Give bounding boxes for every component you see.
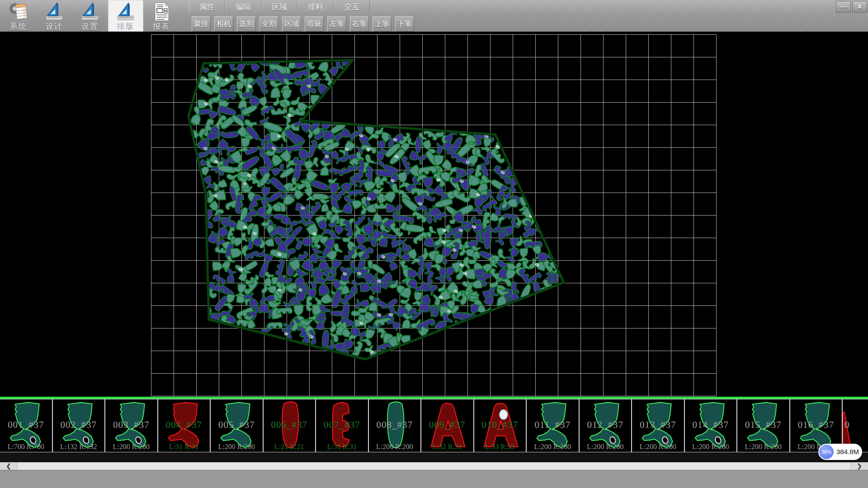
nav-button-2[interactable]: 设计 [37, 0, 72, 32]
thumbnail-label: 002_#37 [53, 419, 105, 431]
badge-size-label: 384.8M [836, 444, 859, 460]
thumbnail-label: 001_#37 [0, 419, 52, 431]
thumbnail-lr-count: L:200 R:200 [632, 443, 684, 451]
menu-tab-bar: 属性编辑区域排料交互 [189, 1, 370, 13]
thumbnail-label: 011_#37 [527, 419, 579, 431]
nav-button-label: 系统 [1, 22, 36, 31]
thumbnail-cell-003_#37[interactable]: 003_#37L:200 R:200 [105, 399, 158, 452]
tool-button-8[interactable]: 右靠 [350, 16, 369, 32]
thumbnail-label: 008_#37 [369, 419, 421, 431]
horizontal-scrollbar[interactable]: ❮ ❯ [0, 462, 868, 470]
thumbnail-cell-015_#37[interactable]: 015_#37L:200 R:200 [737, 399, 790, 452]
thumbnail-lr-count: L:200 R:200 [737, 443, 789, 451]
thumbnail-cell-013_#37[interactable]: 013_#37L:200 R:200 [632, 399, 685, 452]
overlay-badge[interactable]: 38% 384.8M [818, 444, 862, 460]
thumbnail-cell-004_#37[interactable]: 004_#37L:31 R:31 [158, 399, 211, 452]
thumbnail-lr-count: L:200 R:200 [685, 443, 737, 451]
tool-button-10[interactable]: 下靠 [395, 16, 414, 32]
tool-button-6[interactable]: 瑕疵 [305, 16, 324, 32]
strip-bottom-gap [0, 452, 868, 462]
thumbnail-lr-count: L:200 R:200 [105, 443, 157, 451]
thumbnail-label: 007_#37 [316, 419, 368, 431]
nav-button-label: 报表 [144, 22, 179, 31]
thumbnail-label: 012_#37 [580, 419, 632, 431]
nav-button-1[interactable]: 系统 [1, 0, 36, 32]
thumbnail-label: 005_#37 [211, 419, 263, 431]
thumbnail-lr-count: L:33 R:33 [474, 443, 526, 451]
tool-button-5[interactable]: 区域 [282, 16, 301, 32]
nesting-workspace[interactable] [0, 32, 868, 397]
thumbnail-lr-count: L:200 R:200 [369, 443, 421, 451]
thumbnail-label: 009_#37 [421, 419, 473, 431]
thumbnail-cell-011_#37[interactable]: 011_#37L:200 R:200 [527, 399, 580, 452]
tool-button-9[interactable]: 上靠 [373, 16, 392, 32]
menu-tab-4[interactable]: 排料 [297, 1, 334, 13]
report-icon [151, 1, 172, 22]
tool-button-4[interactable]: 全割 [259, 16, 278, 32]
tool-button-2[interactable]: 相机 [214, 16, 233, 32]
thumbnail-cell-001_#37[interactable]: 001_#37L:700 R:700 [0, 399, 53, 452]
tool-button-1[interactable]: 聚排 [192, 16, 211, 32]
thumbnail-cell-007_#37[interactable]: 007_#37L:31 R:31 [316, 399, 369, 452]
menu-tab-2[interactable]: 编辑 [225, 1, 261, 13]
thumbnail-lr-count: L:132 R:132 [53, 443, 105, 451]
menu-tab-3[interactable]: 区域 [261, 1, 297, 13]
status-band [0, 470, 868, 488]
nav-button-label: 设计 [37, 22, 72, 31]
thumbnail-lr-count: L:200 R:200 [580, 443, 632, 451]
set-square-icon [115, 1, 136, 22]
application-window: 系统设计设置排版报表 属性编辑区域排料交互 聚排相机选割全割区域瑕疵左靠右靠上靠… [0, 0, 868, 488]
pieces-strip: 001_#37L:700 R:700002_#37L:132 R:132003_… [0, 399, 868, 452]
thumbnail-cell-006_#37[interactable]: 006_#37L:21 R:21 [264, 399, 316, 452]
toolbar: 系统设计设置排版报表 属性编辑区域排料交互 聚排相机选割全割区域瑕疵左靠右靠上靠… [0, 0, 868, 32]
menu-tab-5[interactable]: 交互 [334, 1, 370, 13]
tool-button-7[interactable]: 左靠 [327, 16, 346, 32]
thumbnail-lr-count: L:200 R:200 [527, 443, 579, 451]
set-square-icon [80, 1, 100, 22]
thumbnail-lr-count: L:700 R:700 [0, 443, 52, 451]
tool-button-row: 聚排相机选割全割区域瑕疵左靠右靠上靠下靠 [192, 16, 414, 32]
badge-percent: 38% [819, 445, 834, 459]
nav-button-3[interactable]: 设置 [72, 0, 108, 32]
thumbnail-lr-count: L:31 R:31 [158, 443, 210, 451]
thumbnail-lr-count: L:200 R:200 [211, 443, 263, 451]
thumbnail-cell-002_#37[interactable]: 002_#37L:132 R:132 [53, 399, 106, 452]
thumbnail-label: 003_#37 [105, 419, 157, 431]
thumbnail-cell-010_#37[interactable]: 010_#37L:33 R:33 [474, 399, 527, 452]
close-button[interactable]: ✕ [852, 1, 867, 13]
nav-button-label: 设置 [72, 22, 108, 31]
thumbnail-label: 014_#37 [685, 419, 737, 431]
gear-doc-icon [8, 1, 29, 22]
thumbnail-cell-014_#37[interactable]: 014_#37L:200 R:200 [685, 399, 738, 452]
thumbnail-label: 0 [843, 419, 868, 431]
thumbnail-label: 006_#37 [264, 419, 316, 431]
thumbnail-cell-012_#37[interactable]: 012_#37L:200 R:200 [580, 399, 632, 452]
thumbnail-label: 015_#37 [737, 419, 789, 431]
nesting-canvas[interactable] [0, 32, 868, 397]
scroll-right-button[interactable]: ❯ [850, 462, 868, 470]
thumbnail-lr-count: L:32 R:31 [421, 443, 473, 451]
thumbnail-lr-count: L:31 R:31 [316, 443, 368, 451]
thumbnail-cell-008_#37[interactable]: 008_#37L:200 R:200 [369, 399, 422, 452]
set-square-icon [44, 1, 65, 22]
menu-tab-1[interactable]: 属性 [189, 1, 225, 13]
nav-button-5[interactable]: 报表 [144, 0, 179, 32]
nav-button-4[interactable]: 排版 [108, 0, 143, 32]
thumbnail-label: 016_#37 [790, 419, 842, 431]
thumbnail-lr-count: L:21 R:21 [264, 443, 316, 451]
nav-button-label: 排版 [108, 22, 143, 31]
thumbnail-cell-005_#37[interactable]: 005_#37L:200 R:200 [211, 399, 264, 452]
thumbnail-label: 010_#37 [474, 419, 526, 431]
minimize-button[interactable]: — [836, 1, 851, 13]
thumbnail-label: 004_#37 [158, 419, 210, 431]
scrollbar-track[interactable] [17, 462, 851, 470]
window-controls: — ✕ [836, 1, 867, 13]
thumbnail-label: 013_#37 [632, 419, 684, 431]
tool-button-3[interactable]: 选割 [237, 16, 256, 32]
scroll-left-button[interactable]: ❮ [0, 462, 18, 470]
thumbnail-cell-009_#37[interactable]: 009_#37L:32 R:31 [421, 399, 474, 452]
